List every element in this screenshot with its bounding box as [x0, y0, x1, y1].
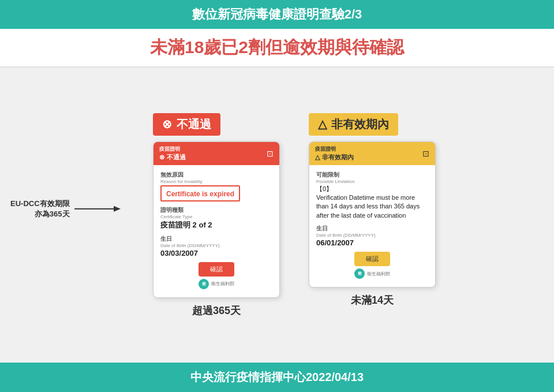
warning-logo-text: 衛生福利部 — [367, 271, 390, 277]
footer-text: 中央流行疫情指揮中心2022/04/13 — [12, 369, 542, 385]
fail-status-icon: ⊗ — [159, 154, 164, 161]
warning-status-text: 非有效期內 — [322, 153, 354, 162]
warning-exit-icon: ⊡ — [422, 149, 429, 158]
warning-badge: △ 非有效期內 — [309, 113, 398, 136]
fail-cert-cn: 證明種類 — [160, 206, 272, 214]
fail-badge-label: 不通過 — [177, 117, 211, 132]
fail-cert-value: 疫苗證明 2 of 2 — [160, 220, 272, 230]
fail-phone-mock: 疫苗證明 ⊗ 不通過 ⊡ 無效原因 Reason for Invalidity — [153, 141, 280, 298]
main-content: EU-DCC有效期限 亦為365天 ⊗ 不通過 疫苗證明 — [0, 68, 554, 363]
fail-status-text: 不通過 — [167, 153, 186, 162]
warning-limit-value: 【0】 Verification Datetime must be more t… — [316, 185, 428, 221]
fail-invalid-cn: 無效原因 — [160, 171, 272, 179]
fail-dob-section: 生日 Date of Birth (DD/MM/YYYY) 03/03/2007 — [160, 235, 272, 257]
footer-bar: 中央流行疫情指揮中心2022/04/13 — [0, 363, 554, 392]
fail-app-name: 疫苗證明 — [159, 145, 186, 153]
fail-confirm-button[interactable]: 確認 — [199, 262, 234, 277]
fail-expired-box: Certificate is expired — [160, 185, 240, 201]
fail-dob-cn: 生日 — [160, 235, 272, 243]
subtitle-bar: 未滿18歲已2劑但逾效期與待確認 — [0, 29, 554, 68]
fail-phone-header-left: 疫苗證明 ⊗ 不通過 — [159, 145, 186, 162]
fail-badge: ⊗ 不通過 — [153, 113, 220, 136]
warning-limit-section: 可能限制 Possible Limitation 【0】 Verificatio… — [316, 171, 428, 221]
warning-phone-header: 疫苗證明 △ 非有效期內 ⊡ — [309, 142, 435, 165]
annotation-line2: 亦為365天 — [10, 209, 70, 219]
fail-badge-icon: ⊗ — [162, 117, 172, 131]
warning-phone-mock: 疫苗證明 △ 非有效期內 ⊡ 可能限制 Possible Limitation — [309, 141, 436, 288]
fail-exit-icon: ⊡ — [267, 149, 274, 158]
warning-logo-circle: 衛 — [354, 268, 365, 279]
warning-dob-section: 生日 Date of Birth (DD/MM/YYYY) 06/01/2007 — [316, 225, 428, 247]
warning-dob-value: 06/01/2007 — [316, 238, 428, 247]
fail-dob-value: 03/03/2007 — [160, 249, 272, 257]
header-bar: 數位新冠病毒健康證明查驗2/3 — [0, 0, 554, 29]
warning-badge-label: 非有效期內 — [331, 117, 389, 132]
cards-container: ⊗ 不通過 疫苗證明 ⊗ 不通過 ⊡ — [153, 113, 436, 318]
warning-dob-cn: 生日 — [316, 225, 428, 233]
svg-marker-1 — [114, 206, 121, 212]
warning-limit-en: Possible Limitation — [316, 179, 428, 184]
fail-invalid-en: Reason for Invalidity — [160, 179, 272, 184]
header-title: 數位新冠病毒健康證明查驗2/3 — [12, 6, 542, 23]
warning-status-label: △ 非有效期內 — [315, 153, 354, 162]
fail-logo-text: 衛生福利部 — [211, 281, 234, 287]
warning-phone-body: 可能限制 Possible Limitation 【0】 Verificatio… — [309, 165, 435, 288]
warning-phone-header-left: 疫苗證明 △ 非有效期內 — [315, 145, 354, 162]
warning-phone-logo: 衛 衛生福利部 — [316, 268, 428, 281]
warning-badge-icon: △ — [318, 117, 327, 131]
warning-status-icon: △ — [315, 154, 320, 161]
fail-phone-header: 疫苗證明 ⊗ 不通過 ⊡ — [154, 142, 279, 165]
fail-logo-circle: 衛 — [199, 279, 209, 289]
warning-limit-cn: 可能限制 — [316, 171, 428, 179]
warning-app-name: 疫苗證明 — [315, 145, 354, 153]
fail-invalid-reason-section: 無效原因 Reason for Invalidity Certificate i… — [160, 171, 272, 201]
warning-confirm-button[interactable]: 確認 — [354, 252, 390, 266]
side-annotation: EU-DCC有效期限 亦為365天 — [10, 199, 121, 219]
fail-phone-body: 無效原因 Reason for Invalidity Certificate i… — [154, 165, 279, 297]
fail-dob-en: Date of Birth (DD/MM/YYYY) — [160, 243, 272, 248]
fail-status-label: ⊗ 不通過 — [159, 153, 186, 162]
fail-phone-logo: 衛 衛生福利部 — [160, 279, 272, 292]
annotation-arrow-svg — [74, 203, 121, 215]
fail-cert-en: Certificate Type — [160, 214, 272, 219]
page: 數位新冠病毒健康證明查驗2/3 未滿18歲已2劑但逾效期與待確認 EU-DCC有… — [0, 0, 554, 392]
subtitle-text: 未滿18歲已2劑但逾效期與待確認 — [12, 36, 542, 59]
annotation-line1: EU-DCC有效期限 — [10, 199, 70, 209]
fail-caption: 超過365天 — [192, 304, 241, 318]
fail-cert-type-section: 證明種類 Certificate Type 疫苗證明 2 of 2 — [160, 206, 272, 230]
warning-caption: 未滿14天 — [351, 293, 394, 307]
fail-card-wrapper: ⊗ 不通過 疫苗證明 ⊗ 不通過 ⊡ — [153, 113, 280, 318]
fail-expired-text: Certificate is expired — [166, 190, 234, 198]
warning-card-wrapper: △ 非有效期內 疫苗證明 △ 非有效期內 ⊡ — [309, 113, 436, 308]
warning-dob-en: Date of Birth (DD/MM/YYYY) — [316, 233, 428, 238]
